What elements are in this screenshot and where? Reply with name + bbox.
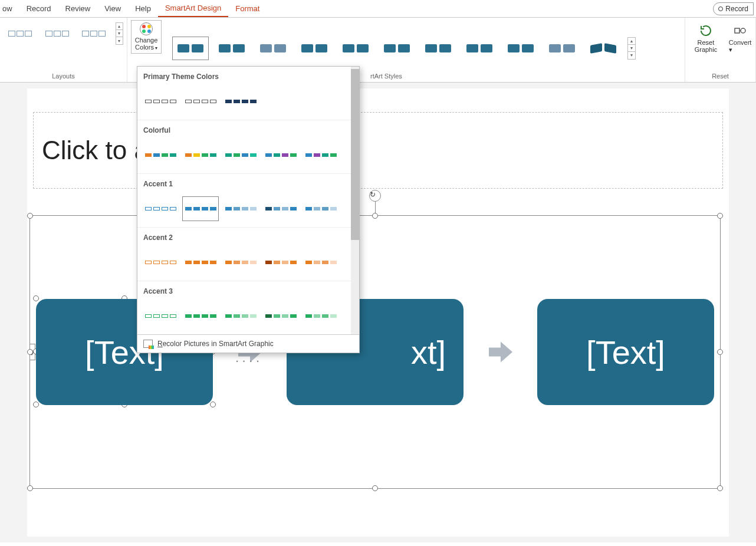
resize-handle[interactable] [717, 485, 723, 491]
rotate-handle[interactable]: ↻ [369, 190, 381, 202]
style-thumb[interactable] [420, 37, 456, 60]
color-swatch[interactable] [303, 196, 339, 221]
group-label-reset: Reset [689, 71, 752, 81]
smartart-selection[interactable]: ↻ ❯ [29, 215, 721, 489]
record-label: Record [725, 5, 748, 13]
resize-handle[interactable] [27, 349, 33, 355]
color-swatch[interactable] [222, 196, 259, 221]
reset-graphic-button[interactable]: Reset Graphic [689, 24, 723, 53]
tab-partial[interactable]: ow [0, 1, 19, 17]
color-swatch[interactable] [222, 89, 259, 114]
color-swatch[interactable] [142, 196, 179, 221]
palette-icon [140, 22, 153, 35]
dropdown-scrollbar[interactable] [351, 67, 359, 334]
style-thumb[interactable] [255, 37, 291, 60]
section-accent2: Accent 2 [137, 228, 359, 244]
resize-handle[interactable] [27, 213, 33, 219]
block3-text: [Text] [586, 333, 665, 371]
resize-handle[interactable] [717, 213, 723, 219]
reset-graphic-label: Reset Graphic [689, 39, 723, 53]
tab-record[interactable]: Record [19, 1, 58, 17]
layout-thumb[interactable] [4, 22, 37, 45]
color-swatch[interactable] [182, 143, 219, 167]
color-swatch[interactable] [222, 304, 259, 328]
title-placeholder-text: Click to a [42, 136, 149, 165]
color-swatch[interactable] [142, 304, 179, 328]
change-colors-label: Change Colors▾ [133, 37, 160, 51]
smartart-block-3[interactable]: [Text] [537, 299, 714, 405]
color-swatch[interactable] [142, 89, 179, 114]
slide-canvas: Click to a ↻ ❯ [0, 83, 756, 542]
recolor-pictures-item[interactable]: Recolor Pictures in SmartArt Graphic [137, 334, 359, 353]
dropdown-resize-grip[interactable]: • • • • [236, 358, 260, 364]
record-icon [718, 6, 723, 11]
resize-handle[interactable] [372, 213, 378, 219]
section-colorful: Colorful [137, 120, 359, 137]
color-swatch[interactable] [303, 304, 339, 328]
tab-smartart-design[interactable]: SmartArt Design [158, 0, 228, 17]
style-thumb[interactable] [585, 37, 622, 60]
color-swatch[interactable] [222, 143, 259, 167]
color-swatch[interactable] [222, 250, 259, 275]
tab-view[interactable]: View [97, 1, 128, 17]
style-thumb[interactable] [379, 37, 415, 60]
resize-handle[interactable] [372, 485, 378, 491]
section-accent3: Accent 3 [137, 281, 359, 298]
color-swatch[interactable] [262, 143, 299, 167]
color-row [137, 244, 359, 281]
styles-spinner[interactable]: ▴▾▾ [627, 37, 636, 60]
style-thumb[interactable] [296, 37, 333, 60]
color-swatch[interactable] [182, 304, 219, 328]
group-label-layouts: Layouts [4, 71, 123, 81]
convert-label: Convert ▾ [729, 39, 752, 54]
resize-handle[interactable] [27, 485, 33, 491]
color-swatch[interactable] [142, 250, 179, 275]
tab-help[interactable]: Help [128, 1, 158, 17]
record-button[interactable]: Record [713, 2, 754, 15]
reset-icon [698, 24, 714, 38]
resize-handle[interactable] [717, 349, 723, 355]
color-swatch[interactable] [182, 250, 219, 275]
style-thumb[interactable] [337, 37, 374, 60]
convert-button[interactable]: Convert ▾ [729, 24, 752, 54]
style-thumb[interactable] [461, 37, 498, 60]
arrow-icon [480, 337, 521, 367]
change-colors-button[interactable]: Change Colors▾ [131, 20, 162, 54]
ribbon-tabs: ow Record Review View Help SmartArt Desi… [0, 0, 756, 18]
color-swatch[interactable] [142, 143, 179, 167]
tab-format[interactable]: Format [228, 1, 267, 17]
color-row [137, 137, 359, 174]
color-swatch[interactable] [262, 304, 299, 328]
color-swatch[interactable] [262, 196, 299, 221]
group-reset: Reset Graphic Convert ▾ Reset [685, 18, 756, 82]
color-row [137, 298, 359, 334]
ribbon: ▴▾▾ Layouts Change Colors▾ ▴▾▾ rtArt Sty… [0, 18, 756, 83]
svg-point-1 [741, 28, 745, 33]
section-primary-theme: Primary Theme Colors [137, 67, 359, 83]
color-swatch[interactable] [303, 250, 339, 275]
color-row [137, 190, 359, 228]
layout-thumb[interactable] [77, 22, 111, 45]
style-thumb[interactable] [502, 37, 539, 60]
style-thumb[interactable] [544, 37, 580, 60]
tab-review[interactable]: Review [58, 1, 98, 17]
color-swatch-selected[interactable] [182, 196, 219, 221]
recolor-pictures-label: Recolor Pictures in SmartArt Graphic [157, 340, 274, 348]
block2-text: xt] [411, 333, 446, 371]
style-thumb[interactable] [213, 37, 250, 60]
color-swatch[interactable] [303, 143, 339, 167]
change-colors-dropdown: Primary Theme Colors Colorful Accent 1 A… [137, 66, 360, 353]
group-layouts: ▴▾▾ Layouts [0, 18, 127, 82]
style-thumb[interactable] [172, 37, 209, 60]
color-row [137, 83, 359, 120]
color-swatch[interactable] [182, 89, 219, 114]
layout-thumb[interactable] [41, 22, 74, 45]
section-accent1: Accent 1 [137, 174, 359, 190]
layouts-spinner[interactable]: ▴▾▾ [116, 22, 123, 45]
color-swatch[interactable] [262, 250, 299, 275]
picture-recolor-icon [143, 340, 153, 348]
convert-icon [732, 24, 748, 38]
slide[interactable]: Click to a ↻ ❯ [27, 88, 729, 537]
svg-rect-0 [735, 28, 739, 33]
